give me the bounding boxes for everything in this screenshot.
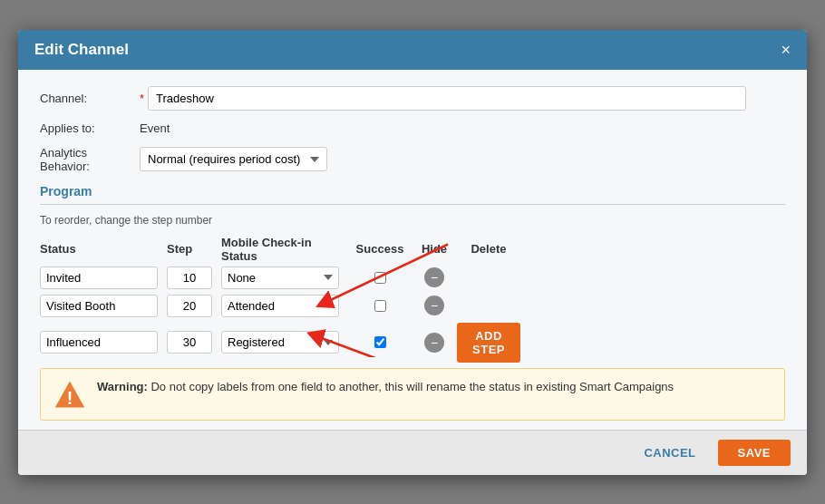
warning-message: Do not copy labels from one field to ano… [150, 380, 674, 393]
row-checkin-col: None Attended Registered No Show [221, 267, 348, 289]
rows-container: None Attended Registered No Show − [40, 267, 785, 363]
table-header: Status Step Mobile Check-in Status Succe… [40, 236, 785, 263]
channel-label: Channel: [40, 92, 140, 105]
status-input-influenced[interactable] [40, 331, 158, 354]
applies-to-row: Applies to: Event [40, 121, 785, 135]
col-header-step: Step [167, 242, 221, 256]
success-col-influenced [348, 336, 412, 348]
col-header-hide: Hide [412, 242, 457, 256]
warning-icon: ! [53, 378, 86, 411]
step-input-influenced[interactable] [167, 331, 212, 354]
warning-box: ! Warning: Do not copy labels from one f… [40, 368, 785, 421]
checkin-select-visited[interactable]: None Attended Registered No Show [221, 295, 339, 317]
success-checkbox-invited[interactable] [374, 272, 386, 284]
row-checkin-col: None Attended Registered No Show [221, 295, 348, 317]
col-header-delete: Delete [457, 242, 520, 256]
hide-btn-invited[interactable]: − [424, 267, 444, 287]
col-header-checkin: Mobile Check-in Status [221, 236, 348, 263]
modal-header: Edit Channel × [18, 30, 807, 70]
program-section-title: Program [40, 184, 785, 205]
col-header-status: Status [40, 242, 167, 256]
hide-col-influenced: − [412, 333, 457, 353]
reorder-hint: To reorder, change the step number [40, 214, 785, 227]
applies-to-label: Applies to: [40, 121, 140, 135]
modal-footer: CANCEL SAVE [18, 430, 807, 475]
modal-overlay: Edit Channel × Channel: * Applies to: Ev… [0, 0, 825, 504]
success-col-invited [348, 272, 412, 284]
row-step-col [167, 267, 221, 289]
hide-btn-visited[interactable]: − [424, 296, 444, 315]
success-col-visited [348, 300, 412, 312]
status-input-invited[interactable] [40, 267, 158, 289]
warning-text: Warning: Do not copy labels from one fie… [97, 378, 674, 396]
table-row: None Attended Registered No Show − [40, 267, 785, 289]
row-status-col [40, 295, 167, 317]
hide-col-invited: − [412, 267, 457, 287]
modal-title: Edit Channel [34, 41, 129, 59]
row-step-col [167, 295, 221, 317]
table-row: None Attended Registered No Show − ADD S… [40, 323, 785, 363]
applies-to-value: Event [140, 121, 170, 135]
analytics-select[interactable]: Normal (requires period cost) Aggregate … [140, 147, 327, 171]
modal-body: Channel: * Applies to: Event AnalyticsBe… [18, 70, 807, 430]
table-row: None Attended Registered No Show − [40, 295, 785, 317]
step-input-invited[interactable] [167, 267, 212, 289]
success-checkbox-visited[interactable] [374, 300, 386, 312]
add-step-button[interactable]: ADD STEP [457, 323, 520, 363]
hide-btn-influenced[interactable]: − [424, 333, 444, 353]
channel-row: Channel: * [40, 86, 785, 111]
warning-bold: Warning: [97, 380, 148, 393]
col-header-success: Success [348, 242, 412, 256]
row-status-col [40, 331, 167, 354]
edit-channel-modal: Edit Channel × Channel: * Applies to: Ev… [18, 30, 807, 475]
hide-col-visited: − [412, 296, 457, 315]
analytics-label: AnalyticsBehavior: [40, 146, 140, 173]
cancel-button[interactable]: CANCEL [631, 440, 708, 466]
delete-col-influenced: ADD STEP [457, 323, 520, 363]
required-star: * [140, 92, 144, 105]
checkin-select-influenced[interactable]: None Attended Registered No Show [221, 331, 339, 354]
row-step-col [167, 331, 221, 354]
analytics-row: AnalyticsBehavior: Normal (requires peri… [40, 146, 785, 173]
checkin-select-invited[interactable]: None Attended Registered No Show [221, 267, 339, 289]
status-input-visited[interactable] [40, 295, 158, 317]
close-button[interactable]: × [781, 42, 791, 58]
svg-text:!: ! [67, 387, 73, 407]
step-input-visited[interactable] [167, 295, 212, 317]
row-status-col [40, 267, 167, 289]
row-checkin-col: None Attended Registered No Show [221, 331, 348, 354]
success-checkbox-influenced[interactable] [374, 336, 386, 348]
channel-input[interactable] [148, 86, 746, 111]
save-button[interactable]: SAVE [718, 440, 791, 466]
